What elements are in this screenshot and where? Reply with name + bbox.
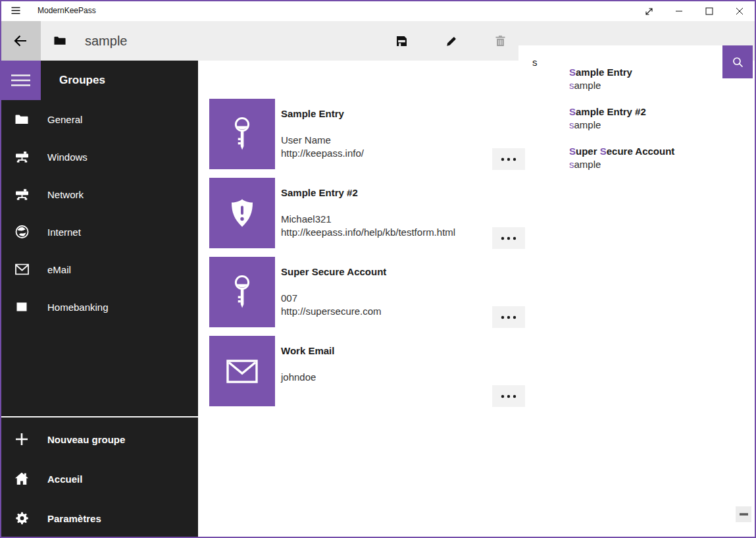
- sidebar-item-new-group[interactable]: Nouveau groupe: [0, 419, 198, 459]
- page-title: sample: [85, 21, 127, 61]
- sidebar-item-home[interactable]: Accueil: [0, 459, 198, 498]
- sidebar-item-network[interactable]: Network: [0, 175, 198, 213]
- save-icon: [396, 36, 407, 47]
- entry-tile: [209, 178, 275, 248]
- edit-icon: [446, 36, 457, 47]
- plus-icon: [14, 433, 29, 446]
- suggestion-subtitle: sample: [569, 158, 753, 171]
- envelope-icon: [226, 360, 258, 383]
- nav-menu-button[interactable]: [0, 61, 41, 100]
- titlebar: ModernKeePass: [0, 0, 756, 21]
- sidebar-item-email[interactable]: eMail: [0, 250, 198, 288]
- network-icon: [14, 188, 29, 201]
- sidebar-item-label: General: [47, 113, 82, 124]
- ellipsis-icon: [500, 315, 517, 320]
- more-button[interactable]: [492, 385, 525, 407]
- folder-icon: [14, 114, 29, 124]
- suggestion-subtitle: sample: [569, 79, 753, 92]
- entry-title: Super Secure Account: [281, 266, 386, 277]
- entry-row[interactable]: Super Secure Account 007 http://supersec…: [209, 257, 525, 336]
- gear-icon: [14, 512, 29, 525]
- key-icon: [232, 117, 252, 151]
- sidebar-item-label: Nouveau groupe: [47, 434, 125, 445]
- app-window: ModernKeePass sample Groupes General Win…: [0, 0, 756, 538]
- network-icon: [14, 150, 29, 163]
- entry-url: http://keepass.info/help/kb/testform.htm…: [281, 227, 455, 238]
- sidebar-item-label: Paramètres: [47, 513, 101, 524]
- maximize-icon: [705, 7, 713, 15]
- back-button[interactable]: [0, 21, 41, 61]
- back-icon: [13, 34, 28, 48]
- sidebar-item-label: Homebanking: [47, 301, 109, 312]
- mail-icon: [14, 263, 29, 275]
- entry-username: User Name: [281, 134, 331, 146]
- delete-icon: [495, 35, 506, 47]
- sidebar-item-label: Internet: [47, 226, 81, 237]
- entry-username: Michael321: [281, 213, 332, 225]
- square-icon: [14, 302, 29, 311]
- entry-tile: [209, 336, 275, 406]
- suggestion-item[interactable]: Sample Entry #2 sample: [518, 100, 753, 140]
- entry-title: Sample Entry: [281, 108, 344, 119]
- zoom-out-button[interactable]: [736, 506, 751, 522]
- more-button[interactable]: [492, 306, 525, 328]
- entry-username: 007: [281, 292, 297, 304]
- sidebar-item-label: Windows: [47, 151, 88, 162]
- menu-icon[interactable]: [11, 5, 21, 16]
- delete-button[interactable]: [484, 21, 516, 61]
- ellipsis-icon: [500, 157, 517, 162]
- shield-alert-icon: [228, 198, 256, 228]
- entry-row[interactable]: Sample Entry #2 Michael321 http://keepas…: [209, 178, 525, 257]
- sidebar-item-windows[interactable]: Windows: [0, 138, 198, 175]
- sidebar-divider: [0, 416, 198, 417]
- entry-title: Sample Entry #2: [281, 187, 358, 198]
- sidebar-item-label: Network: [47, 188, 84, 200]
- close-icon: [736, 7, 743, 15]
- sidebar-item-settings[interactable]: Paramètres: [0, 498, 198, 538]
- folder-icon: [54, 36, 66, 45]
- command-bar: sample: [0, 21, 756, 61]
- sidebar-item-label: Accueil: [47, 473, 82, 485]
- window-controls: [634, 1, 755, 21]
- sidebar-item-internet[interactable]: Internet: [0, 213, 198, 250]
- entry-row[interactable]: Sample Entry User Name http://keepass.in…: [209, 99, 525, 178]
- key-icon: [232, 275, 252, 309]
- suggestion-title: Super Secure Account: [569, 144, 753, 158]
- entry-username: johndoe: [281, 371, 316, 383]
- edit-button[interactable]: [436, 21, 467, 61]
- ellipsis-icon: [500, 236, 517, 241]
- entry-row[interactable]: Work Email johndoe: [209, 336, 525, 415]
- save-button[interactable]: [386, 21, 417, 61]
- suggestion-subtitle: sample: [569, 119, 753, 132]
- minimize-button[interactable]: [664, 1, 694, 21]
- suggestion-title: Sample Entry: [569, 65, 753, 79]
- suggestion-item[interactable]: Sample Entry sample: [518, 61, 753, 100]
- entry-title: Work Email: [281, 345, 334, 356]
- sidebar-item-label: eMail: [47, 263, 71, 275]
- home-icon: [14, 472, 29, 486]
- minus-icon: [740, 513, 748, 516]
- suggestion-item[interactable]: Super Secure Account sample: [518, 140, 753, 179]
- maximize-button[interactable]: [694, 1, 724, 21]
- window-title: ModernKeePass: [38, 0, 96, 21]
- sidebar-item-homebanking[interactable]: Homebanking: [0, 288, 198, 325]
- entry-tile: [209, 257, 275, 327]
- minimize-icon: [675, 7, 683, 15]
- entry-url: http://keepass.info/: [281, 148, 364, 159]
- suggestion-title: Sample Entry #2: [569, 105, 753, 119]
- fullscreen-button[interactable]: [634, 1, 664, 21]
- groups-header: Groupes: [59, 61, 105, 100]
- sidebar: Groupes General Windows Network Internet…: [0, 61, 198, 538]
- more-button[interactable]: [492, 227, 525, 249]
- sidebar-item-general[interactable]: General: [0, 100, 198, 138]
- entry-url: http://supersecure.com: [281, 306, 382, 317]
- ellipsis-icon: [500, 394, 517, 399]
- fullscreen-icon: [645, 7, 653, 16]
- close-button[interactable]: [724, 1, 755, 21]
- entry-tile: [209, 99, 275, 169]
- globe-icon: [14, 225, 29, 238]
- hamburger-icon: [11, 73, 31, 88]
